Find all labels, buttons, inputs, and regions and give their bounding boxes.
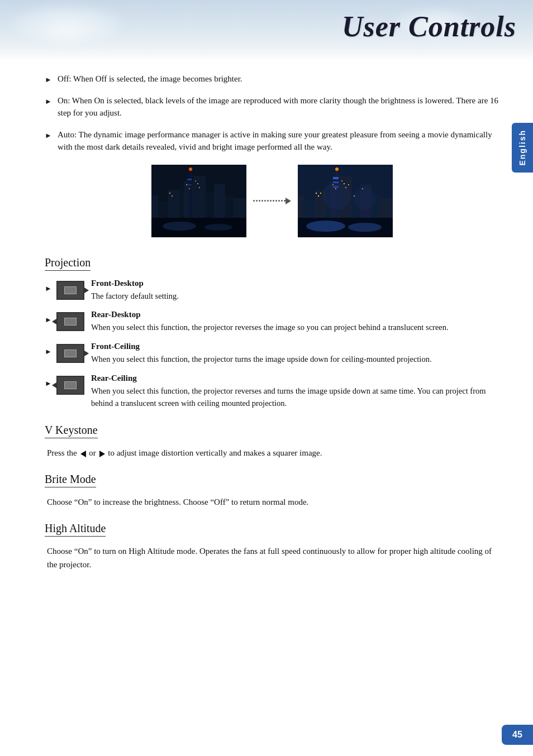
bullet-arrow-on: ►: [45, 96, 52, 107]
city-image-bright: [298, 165, 393, 237]
proj-label-front-desktop: Front-Desktop: [91, 279, 499, 288]
svg-rect-19: [186, 184, 187, 185]
svg-rect-18: [172, 195, 173, 197]
svg-rect-24: [187, 179, 192, 180]
proj-arrow-3: ►: [45, 347, 52, 356]
proj-item-front-desktop: ► Front-Desktop The factory default sett…: [45, 279, 499, 303]
proj-arrow-2: ►: [45, 315, 52, 324]
page-number-tab: 45: [502, 725, 533, 745]
city-image-dark: [151, 165, 246, 237]
proj-icon-rear-desktop: [56, 312, 84, 331]
vkeystone-heading: V Keystone: [45, 424, 98, 438]
proj-icon-front-desktop: [56, 281, 84, 300]
proj-item-rear-desktop: ► Rear-Desktop When you select this func…: [45, 310, 499, 334]
proj-icon-arrow-left-2: [52, 319, 56, 324]
projection-heading: Projection: [45, 256, 91, 271]
svg-rect-54: [333, 177, 339, 179]
proj-icon-arrow-right-1: [84, 288, 89, 293]
brite-mode-section: Brite Mode Choose “On” to increase the b…: [45, 470, 499, 509]
bullet-arrow-auto: ►: [45, 130, 52, 141]
proj-content-front-ceiling: Front-Ceiling When you select this funct…: [91, 342, 499, 366]
svg-rect-17: [169, 193, 170, 194]
bullet-text-auto: Auto: The dynamic image performance mana…: [58, 128, 499, 154]
svg-point-57: [323, 181, 351, 209]
bullet-off: ► Off: When Off is selected, the image b…: [45, 73, 499, 85]
proj-content-front-desktop: Front-Desktop The factory default settin…: [91, 279, 499, 303]
svg-point-41: [306, 221, 345, 232]
proj-desc-rear-desktop: When you select this function, the proje…: [91, 322, 499, 334]
page-number: 45: [512, 730, 522, 740]
proj-icon-front-ceiling: [56, 344, 84, 363]
bullet-on: ► On: When On is selected, black levels …: [45, 94, 499, 119]
image-comparison: [45, 165, 499, 237]
vkeystone-section: V Keystone Press the or to adjust image …: [45, 420, 499, 460]
proj-content-rear-desktop: Rear-Desktop When you select this functi…: [91, 310, 499, 334]
vkeystone-text: Press the or to adjust image distortion …: [45, 446, 499, 460]
svg-rect-51: [348, 184, 349, 185]
page-title: User Controls: [342, 10, 516, 43]
main-content: ► Off: When Off is selected, the image b…: [0, 61, 533, 615]
proj-item-front-ceiling: ► Front-Ceiling When you select this fun…: [45, 342, 499, 366]
svg-rect-20: [189, 188, 190, 189]
cloud-decoration-left: [11, 6, 123, 45]
right-arrow-icon: [99, 451, 105, 457]
high-altitude-heading: High Altitude: [45, 522, 106, 537]
vkeystone-text-before: Press the: [47, 448, 77, 457]
proj-desc-front-desktop: The factory default setting.: [91, 290, 499, 303]
bullet-text-off: Off: When Off is selected, the image bec…: [58, 73, 499, 85]
svg-rect-44: [318, 195, 319, 197]
proj-arrow-1: ►: [45, 284, 52, 293]
bullet-auto: ► Auto: The dynamic image performance ma…: [45, 128, 499, 154]
language-tab-label: English: [518, 130, 527, 166]
brite-mode-text: Choose “On” to increase the brightness. …: [45, 495, 499, 509]
svg-rect-23: [199, 187, 200, 188]
high-altitude-text: Choose “On” to turn on High Altitude mod…: [45, 544, 499, 571]
svg-point-34: [335, 168, 339, 171]
bullet-arrow-off: ►: [45, 74, 52, 85]
brite-mode-heading: Brite Mode: [45, 473, 96, 487]
proj-desc-rear-ceiling: When you select this function, the proje…: [91, 385, 499, 410]
proj-icon-rear-ceiling: [56, 376, 84, 395]
svg-point-16: [204, 224, 232, 231]
proj-icon-arrow-right-3: [84, 351, 89, 356]
svg-rect-25: [187, 184, 192, 185]
vkeystone-text-after: to adjust image distortion vertically an…: [108, 448, 322, 457]
language-tab: English: [512, 123, 533, 173]
svg-rect-43: [316, 193, 317, 194]
svg-rect-21: [195, 180, 196, 181]
proj-content-rear-ceiling: Rear-Ceiling When you select this functi…: [91, 374, 499, 410]
svg-rect-48: [341, 180, 342, 181]
projection-section: Projection ► Front-Desktop The factory d…: [45, 253, 499, 410]
svg-point-42: [348, 223, 382, 232]
svg-point-8: [189, 168, 192, 171]
proj-icon-arrow-left-4: [52, 382, 56, 388]
proj-arrow-4: ►: [45, 379, 52, 388]
proj-label-front-ceiling: Front-Ceiling: [91, 342, 499, 351]
comparison-arrow: [253, 198, 291, 204]
svg-rect-22: [197, 183, 198, 184]
svg-point-15: [163, 222, 196, 231]
proj-label-rear-ceiling: Rear-Ceiling: [91, 374, 499, 383]
svg-rect-45: [320, 193, 321, 194]
bullet-text-on: On: When On is selected, black levels of…: [58, 94, 499, 119]
proj-label-rear-desktop: Rear-Desktop: [91, 310, 499, 319]
svg-point-58: [354, 187, 376, 209]
high-altitude-section: High Altitude Choose “On” to turn on Hig…: [45, 519, 499, 571]
proj-item-rear-ceiling: ► Rear-Ceiling When you select this func…: [45, 374, 499, 410]
left-arrow-icon: [80, 451, 86, 457]
proj-desc-front-ceiling: When you select this function, the proje…: [91, 353, 499, 366]
vkeystone-text-or: or: [89, 448, 96, 457]
